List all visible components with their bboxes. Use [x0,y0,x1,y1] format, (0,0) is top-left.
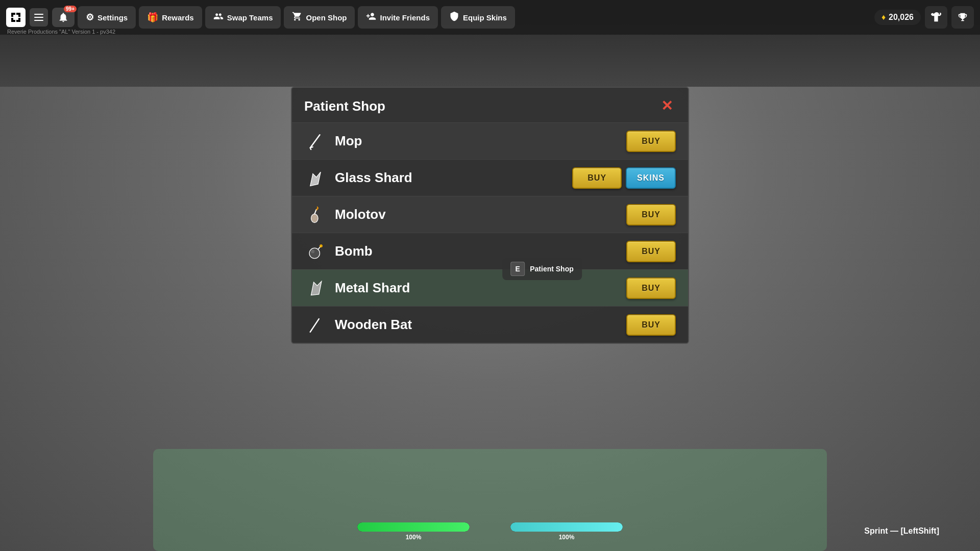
mop-actions: BUY [626,131,676,152]
bomb-name: Bomb [335,243,626,259]
e-key: E [510,262,525,276]
molotov-actions: BUY [626,204,676,226]
shop-modal-header: Patient Shop ✕ [292,88,688,122]
svg-line-10 [314,209,316,214]
molotov-name: Molotov [335,207,626,222]
svg-point-9 [311,214,318,222]
mop-icon [304,130,327,153]
shop-item-glass-shard: Glass Shard BUY SKINS [292,159,688,196]
tooltip-label: Patient Shop [530,265,574,273]
wooden-bat-buy-button[interactable]: BUY [626,314,676,336]
metal-shard-icon [304,277,327,299]
molotov-buy-button[interactable]: BUY [626,204,676,226]
metal-shard-buy-button[interactable]: BUY [626,278,676,299]
bomb-icon [304,240,327,263]
glass-shard-skins-button[interactable]: SKINS [626,167,676,189]
shop-item-molotov: Molotov BUY [292,196,688,233]
svg-point-13 [320,244,323,247]
shop-item-mop: Mop BUY [292,122,688,159]
glass-shard-buy-button[interactable]: BUY [572,167,622,189]
molotov-icon [304,204,327,226]
glass-shard-name: Glass Shard [335,170,572,186]
bomb-actions: BUY [626,241,676,262]
shop-title: Patient Shop [304,98,385,114]
bomb-buy-button[interactable]: BUY [626,241,676,262]
shop-item-metal-shard: Metal Shard BUY [292,269,688,306]
svg-marker-8 [310,172,321,186]
metal-shard-name: Metal Shard [335,280,626,296]
wooden-bat-icon [304,314,327,336]
mop-buy-button[interactable]: BUY [626,131,676,152]
shop-modal: Patient Shop ✕ Mop BUY [291,87,689,344]
mop-name: Mop [335,133,626,149]
svg-point-11 [309,248,320,258]
wooden-bat-actions: BUY [626,314,676,336]
svg-line-16 [310,319,319,332]
modal-overlay: Patient Shop ✕ Mop BUY [0,0,980,551]
shop-item-wooden-bat: Wooden Bat BUY [292,306,688,343]
wooden-bat-name: Wooden Bat [335,317,626,333]
glass-shard-icon [304,167,327,189]
shop-item-bomb: Bomb BUY [292,233,688,269]
shop-close-button[interactable]: ✕ [657,97,676,115]
svg-line-5 [310,135,320,148]
metal-shard-actions: BUY [626,278,676,299]
glass-shard-actions: BUY SKINS [572,167,676,189]
svg-point-14 [311,249,315,253]
svg-marker-15 [311,281,322,295]
